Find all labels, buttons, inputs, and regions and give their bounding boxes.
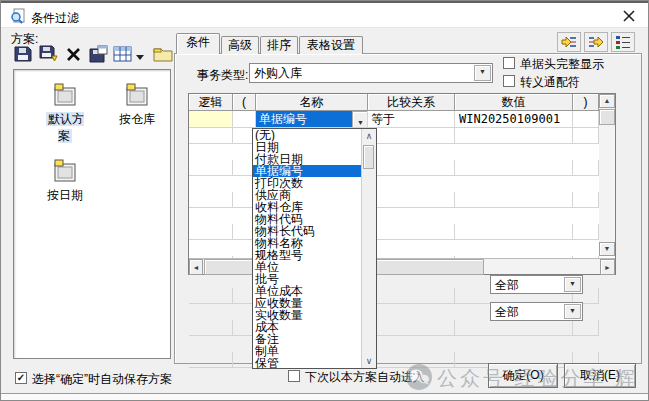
window-title: 条件过滤 xyxy=(31,10,79,27)
grid-empty-row[interactable] xyxy=(189,320,599,336)
cell-name[interactable]: 单据编号 xyxy=(256,111,368,128)
grid-empty-row[interactable] xyxy=(189,224,599,240)
scheme-item-label[interactable]: 默认方案 xyxy=(46,112,84,143)
name-dropdown-list[interactable]: (无) 日期 付款日期 单据编号 打印次数 供应商 收料仓库 物料代码 物料长代… xyxy=(252,128,377,369)
cell-relation[interactable]: 等于 xyxy=(368,111,455,128)
next-enter-label: 下次以本方案自动进入 xyxy=(305,369,425,386)
grid-empty-row[interactable] xyxy=(189,128,599,144)
export-scheme-button[interactable] xyxy=(89,45,109,66)
cell-open-paren[interactable] xyxy=(233,111,256,128)
scheme-item-label[interactable]: 按仓库 xyxy=(117,112,157,126)
dropdown-option[interactable]: 物料代码 xyxy=(253,213,364,225)
transaction-type-combo[interactable]: 外购入库 xyxy=(249,63,493,83)
dropdown-scroll-thumb[interactable] xyxy=(363,145,374,169)
grid-header-row: 逻辑 ( 名称 比较关系 数值 ) xyxy=(189,94,599,111)
grid-view-button[interactable] xyxy=(113,45,133,66)
audit-flag-combo[interactable]: 全部 xyxy=(490,275,583,294)
transaction-type-dropdown-icon[interactable] xyxy=(474,65,491,81)
scheme-item-label[interactable]: 按日期 xyxy=(45,188,85,202)
dropdown-option-selected[interactable]: 单据编号 xyxy=(253,165,364,177)
dropdown-option[interactable]: 供应商 xyxy=(253,189,364,201)
dialog-bottom-edge xyxy=(1,393,648,401)
dropdown-option[interactable]: 应收数量 xyxy=(253,297,364,309)
grid-empty-row[interactable] xyxy=(189,192,599,208)
next-enter-checkbox[interactable] xyxy=(288,370,300,382)
dropdown-option[interactable]: 实收数量 xyxy=(253,309,364,321)
dropdown-option[interactable]: 制单 xyxy=(253,345,364,357)
dropdown-option[interactable]: (无) xyxy=(253,129,364,141)
new-folder-button[interactable] xyxy=(153,45,173,66)
scroll-down-icon[interactable]: ▼ xyxy=(599,242,615,256)
scheme-folder-icon xyxy=(52,82,78,108)
delete-row-icon xyxy=(588,35,604,49)
dropdown-option[interactable]: 成本 xyxy=(253,321,364,333)
scheme-item-warehouse[interactable]: 按仓库 xyxy=(112,82,162,128)
dropdown-option[interactable]: 规格型号 xyxy=(253,249,364,261)
col-header-relation: 比较关系 xyxy=(368,94,455,111)
dropdown-scroll-up-icon[interactable]: ∧ xyxy=(362,129,376,143)
field-list-button[interactable] xyxy=(611,32,635,52)
delete-condition-row-button[interactable] xyxy=(584,32,608,52)
cell-close-paren[interactable] xyxy=(573,111,599,128)
tab-advanced[interactable]: 高级 xyxy=(221,36,259,54)
scheme-list[interactable]: 默认方案 按仓库 按日期 xyxy=(13,69,171,359)
grid-view-dropdown-icon[interactable] xyxy=(135,51,145,65)
dropdown-option[interactable]: 保管 xyxy=(253,357,364,369)
save-scheme-as-button[interactable] xyxy=(39,45,61,66)
col-header-open-paren: ( xyxy=(233,94,256,111)
cell-value[interactable]: WIN20250109001 xyxy=(455,111,573,128)
grid-data-row[interactable]: 单据编号 等于 WIN20250109001 xyxy=(189,111,599,128)
field-list-icon xyxy=(615,35,631,49)
account-flag-value: 全部 xyxy=(495,305,519,319)
cancel-button[interactable]: 取消(E) xyxy=(564,363,636,388)
dropdown-option[interactable]: 打印次数 xyxy=(253,177,364,189)
dropdown-option[interactable]: 收料仓库 xyxy=(253,201,364,213)
dropdown-option[interactable]: 日期 xyxy=(253,141,364,153)
dropdown-option[interactable]: 物料名称 xyxy=(253,237,364,249)
cell-logic[interactable] xyxy=(189,111,233,128)
dropdown-option[interactable]: 物料长代码 xyxy=(253,225,364,237)
audit-flag-value: 全部 xyxy=(495,278,519,292)
insert-row-icon xyxy=(561,35,577,49)
full-header-checkbox[interactable] xyxy=(503,57,515,69)
ok-button[interactable]: 确定(O) xyxy=(488,363,558,388)
name-combo-dropdown-icon[interactable] xyxy=(352,111,368,128)
autosave-checkbox[interactable] xyxy=(15,372,27,384)
save-scheme-button[interactable] xyxy=(13,45,33,66)
dropdown-option[interactable]: 备注 xyxy=(253,333,364,345)
close-button[interactable] xyxy=(618,7,640,25)
scheme-folder-icon xyxy=(124,82,150,108)
dropdown-option[interactable]: 单位成本 xyxy=(253,285,364,297)
name-combo-value[interactable]: 单据编号 xyxy=(256,111,352,127)
account-flag-dropdown-icon[interactable] xyxy=(564,304,581,319)
col-header-name: 名称 xyxy=(256,94,368,111)
grid-empty-row[interactable] xyxy=(189,160,599,176)
full-header-label: 单据头完整显示 xyxy=(520,56,604,73)
escape-wildcard-checkbox[interactable] xyxy=(503,75,515,87)
scroll-right-icon[interactable]: ► xyxy=(600,259,615,275)
grid-vscrollbar[interactable]: ▲ ▼ xyxy=(599,94,615,256)
audit-flag-dropdown-icon[interactable] xyxy=(564,277,581,292)
insert-condition-row-button[interactable] xyxy=(557,32,581,52)
scheme-item-default[interactable]: 默认方案 xyxy=(40,82,90,145)
scroll-up-icon[interactable]: ▲ xyxy=(599,94,615,108)
dropdown-scroll-down-icon[interactable]: ∨ xyxy=(362,354,376,368)
dropdown-option[interactable]: 付款日期 xyxy=(253,153,364,165)
transaction-type-value: 外购入库 xyxy=(254,66,302,80)
grid-empty-rows xyxy=(189,128,599,256)
dropdown-scrollbar[interactable]: ∧ ∨ xyxy=(361,129,376,368)
dropdown-option[interactable]: 批号 xyxy=(253,273,364,285)
title-bar[interactable]: 条件过滤 xyxy=(1,3,648,28)
scroll-left-icon[interactable]: ◄ xyxy=(189,259,203,275)
delete-scheme-button[interactable] xyxy=(65,45,83,66)
vscroll-thumb[interactable] xyxy=(599,109,615,125)
tab-sort[interactable]: 排序 xyxy=(260,36,298,54)
scheme-item-date[interactable]: 按日期 xyxy=(40,158,90,204)
dropdown-option[interactable]: 单位 xyxy=(253,261,364,273)
tab-table-settings[interactable]: 表格设置 xyxy=(299,36,363,54)
col-header-value: 数值 xyxy=(455,94,573,111)
tab-condition[interactable]: 条件 xyxy=(176,33,220,54)
scheme-folder-icon xyxy=(52,158,78,184)
autosave-label: 选择“确定”时自动保存方案 xyxy=(32,371,172,388)
account-flag-combo[interactable]: 全部 xyxy=(490,302,583,321)
